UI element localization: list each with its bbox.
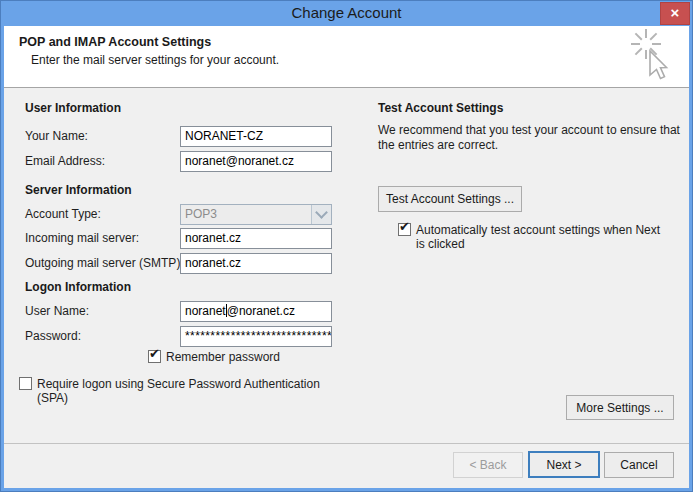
outgoing-server-label: Outgoing mail server (SMTP):	[25, 256, 184, 270]
auto-test-checkbox[interactable]: ✔ Automatically test account settings wh…	[398, 223, 668, 251]
remember-password-checkbox[interactable]: ✔ Remember password	[148, 350, 280, 364]
auto-test-label: Automatically test account settings when…	[416, 223, 668, 251]
password-field[interactable]: *****************************	[180, 326, 332, 347]
titlebar: Change Account ×	[1, 1, 692, 26]
more-settings-button[interactable]: More Settings ...	[566, 395, 674, 420]
email-address-label: Email Address:	[25, 154, 105, 168]
account-type-value: POP3	[185, 207, 217, 221]
checkbox-box: ✔	[148, 350, 161, 363]
test-account-settings-button[interactable]: Test Account Settings ...	[378, 186, 522, 212]
footer-divider	[4, 443, 689, 444]
outgoing-server-field[interactable]: noranet.cz	[180, 253, 332, 274]
header-subtitle: Enter the mail server settings for your …	[31, 53, 279, 67]
back-button: < Back	[453, 452, 523, 478]
user-name-label: User Name:	[25, 304, 89, 318]
section-user-information: User Information	[25, 101, 121, 115]
dialog-client-area: POP and IMAP Account Settings Enter the …	[4, 26, 689, 488]
cancel-button[interactable]: Cancel	[604, 452, 674, 478]
section-logon-information: Logon Information	[25, 280, 131, 294]
close-button[interactable]: ×	[660, 2, 690, 25]
incoming-server-label: Incoming mail server:	[25, 231, 139, 245]
header-title: POP and IMAP Account Settings	[19, 35, 211, 49]
header-banner: POP and IMAP Account Settings Enter the …	[4, 26, 689, 88]
window-title: Change Account	[1, 4, 692, 21]
account-type-label: Account Type:	[25, 207, 101, 221]
password-label: Password:	[25, 329, 81, 343]
spa-label: Require logon using Secure Password Auth…	[37, 377, 337, 405]
section-test-account-settings: Test Account Settings	[378, 101, 503, 115]
checkmark-icon: ✔	[399, 220, 410, 233]
spa-checkbox[interactable]: Require logon using Secure Password Auth…	[19, 377, 349, 405]
busy-cursor-icon	[629, 27, 681, 91]
user-name-field[interactable]: noranet@noranet.cz	[180, 301, 332, 322]
user-name-text-after-caret: @noranet.cz	[227, 304, 295, 318]
change-account-dialog: Change Account × POP and IMAP Account Se…	[0, 0, 693, 492]
your-name-label: Your Name:	[25, 129, 88, 143]
checkbox-box	[19, 377, 32, 390]
checkmark-icon: ✔	[149, 347, 160, 360]
close-icon: ×	[671, 5, 680, 20]
section-server-information: Server Information	[25, 183, 132, 197]
test-description: We recommend that you test your account …	[378, 123, 688, 153]
checkbox-box: ✔	[398, 223, 411, 236]
remember-password-label: Remember password	[166, 350, 280, 364]
account-type-select[interactable]: POP3	[180, 204, 332, 225]
user-name-text-before-caret: noranet	[185, 304, 226, 318]
your-name-field[interactable]: NORANET-CZ	[180, 126, 332, 147]
chevron-down-icon	[311, 205, 331, 224]
incoming-server-field[interactable]: noranet.cz	[180, 228, 332, 249]
email-address-field[interactable]: noranet@noranet.cz	[180, 151, 332, 172]
next-button[interactable]: Next >	[528, 451, 600, 478]
